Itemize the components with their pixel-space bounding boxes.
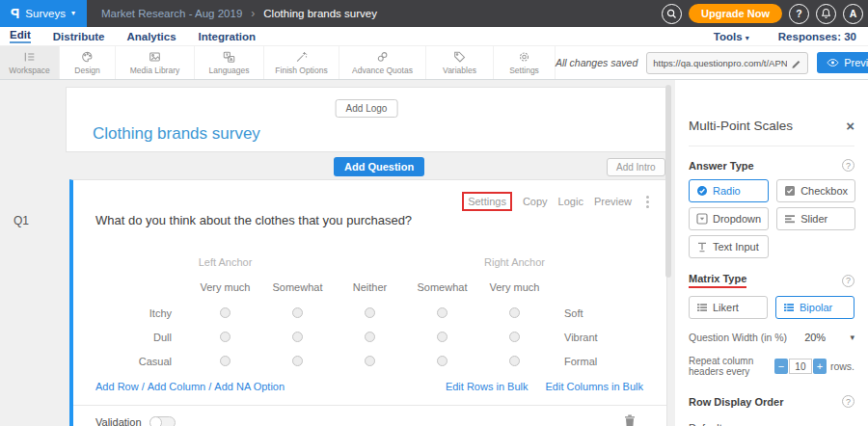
survey-title-card: Add Logo Clothing brands survey	[66, 87, 667, 152]
divider	[689, 146, 854, 146]
help-circle-icon[interactable]: ?	[842, 159, 854, 172]
search-button[interactable]	[662, 4, 682, 24]
radio-button[interactable]	[437, 332, 448, 342]
tool-finish-options[interactable]: Finish Options	[264, 46, 339, 79]
menubar: Edit Distribute Analytics Integration To…	[0, 27, 868, 46]
question-logic-link[interactable]: Logic	[558, 196, 583, 207]
matrix-row: Dull Vibrant	[95, 325, 666, 349]
matrix-type-bipolar[interactable]: Bipolar	[775, 296, 854, 319]
upgrade-now-button[interactable]: Upgrade Now	[689, 4, 782, 23]
avatar[interactable]: A	[843, 4, 863, 24]
increment-button[interactable]: +	[813, 359, 827, 374]
radio-button[interactable]	[509, 356, 520, 366]
survey-url-input[interactable]	[653, 58, 787, 68]
tool-variables[interactable]: Variables	[426, 46, 494, 79]
question-card: Settings Copy Logic Preview What do you …	[69, 179, 667, 426]
delete-question-button[interactable]	[624, 414, 636, 426]
matrix-type-label: Matrix Type	[689, 273, 746, 288]
radio-button[interactable]	[437, 356, 448, 366]
radio-button[interactable]	[365, 307, 375, 318]
help-circle-icon[interactable]: ?	[842, 395, 854, 408]
column-header: Very much	[189, 281, 261, 293]
tool-workspace[interactable]: Workspace	[0, 46, 60, 79]
chevron-down-icon[interactable]: ▾	[850, 333, 854, 342]
add-column-link[interactable]: Add Column	[148, 381, 206, 392]
tool-media-library[interactable]: Media Library	[116, 46, 195, 79]
menu-integration[interactable]: Integration	[199, 31, 256, 42]
radio-button[interactable]	[365, 332, 375, 342]
advance-quotas-icon	[375, 50, 390, 64]
answer-type-slider[interactable]: Slider	[776, 207, 855, 230]
radio-button[interactable]	[292, 332, 303, 342]
radio-button[interactable]	[509, 332, 520, 342]
left-anchor-label: Left Anchor	[189, 256, 261, 268]
answer-type-radio[interactable]: Radio	[689, 179, 769, 202]
edit-columns-bulk-link[interactable]: Edit Columns in Bulk	[546, 381, 644, 392]
radio-button[interactable]	[437, 307, 448, 318]
row-left-label: Itchy	[95, 307, 189, 319]
question-copy-link[interactable]: Copy	[523, 196, 548, 207]
row-right-label: Soft	[551, 307, 657, 319]
radio-button[interactable]	[509, 307, 520, 318]
answer-type-dropdown[interactable]: Dropdown	[689, 207, 769, 230]
matrix-row: Itchy Soft	[95, 301, 666, 325]
decrement-button[interactable]: −	[774, 359, 788, 374]
radio-button[interactable]	[292, 356, 303, 366]
chevron-down-icon: ▾	[746, 34, 749, 42]
help-button[interactable]: ?	[789, 4, 809, 24]
tool-advance-quotas[interactable]: Advance Quotas	[339, 46, 426, 79]
notifications-button[interactable]	[816, 4, 836, 24]
dropdown-icon	[696, 213, 708, 225]
row-left-label: Dull	[95, 332, 189, 343]
breadcrumb-parent[interactable]: Market Research - Aug 2019	[101, 8, 242, 19]
tool-languages[interactable]: Languages	[195, 46, 264, 79]
tools-menu[interactable]: Tools ▾	[714, 31, 749, 42]
answer-type-checkbox[interactable]: Checkbox	[776, 179, 855, 202]
help-circle-icon[interactable]: ?	[842, 275, 854, 287]
question-text[interactable]: What do you think about the clothes that…	[95, 213, 666, 227]
radio-button[interactable]	[220, 332, 231, 342]
add-row-link[interactable]: Add Row	[95, 381, 139, 392]
add-question-button[interactable]: Add Question	[334, 157, 424, 176]
close-icon[interactable]: ×	[846, 119, 854, 133]
variables-icon	[452, 50, 467, 64]
tool-settings[interactable]: Settings	[494, 46, 556, 79]
survey-url-field[interactable]	[646, 52, 808, 74]
radio-button[interactable]	[292, 307, 303, 318]
column-header: Somewhat	[406, 281, 478, 293]
menu-analytics[interactable]: Analytics	[126, 31, 176, 42]
matrix-type-likert[interactable]: Likert	[689, 296, 768, 319]
chevron-down-icon: ▾	[71, 10, 75, 17]
pencil-icon[interactable]	[791, 58, 801, 68]
question-width-value[interactable]: 20%	[804, 332, 826, 343]
add-na-option-link[interactable]: Add NA Option	[214, 381, 285, 392]
add-intro-button[interactable]: Add Intro	[607, 158, 665, 176]
row-display-order-select[interactable]: Default ▾	[689, 422, 824, 426]
trash-icon	[624, 414, 636, 426]
rows-suffix: rows.	[830, 360, 854, 372]
add-logo-button[interactable]: Add Logo	[336, 99, 398, 118]
question-preview-link[interactable]: Preview	[594, 196, 632, 207]
validation-label: Validation	[95, 416, 142, 426]
menu-distribute[interactable]: Distribute	[53, 31, 105, 42]
text-input-icon	[696, 241, 708, 253]
survey-title[interactable]: Clothing brands survey	[93, 124, 260, 144]
validation-toggle[interactable]	[149, 416, 176, 426]
toolbar-right: All changes saved Preview	[556, 46, 868, 79]
radio-button[interactable]	[220, 307, 231, 318]
repeat-headers-input[interactable]	[789, 359, 812, 374]
canvas-scrollbar[interactable]	[665, 85, 671, 278]
more-options-icon[interactable]	[642, 196, 653, 208]
answer-type-text-input[interactable]: Text Input	[689, 235, 769, 258]
column-header: Very much	[478, 281, 551, 293]
tool-design[interactable]: Design	[60, 46, 116, 79]
radio-button[interactable]	[220, 356, 231, 366]
radio-button[interactable]	[365, 356, 375, 366]
question-settings-link[interactable]: Settings	[468, 196, 506, 207]
surveys-menu[interactable]: P Surveys ▾	[0, 0, 87, 27]
menu-edit[interactable]: Edit	[10, 29, 31, 43]
responses-count[interactable]: Responses: 30	[778, 31, 856, 42]
preview-button[interactable]: Preview	[817, 52, 868, 73]
edit-rows-bulk-link[interactable]: Edit Rows in Bulk	[446, 381, 529, 392]
row-display-order-label: Row Display Order	[689, 396, 783, 408]
